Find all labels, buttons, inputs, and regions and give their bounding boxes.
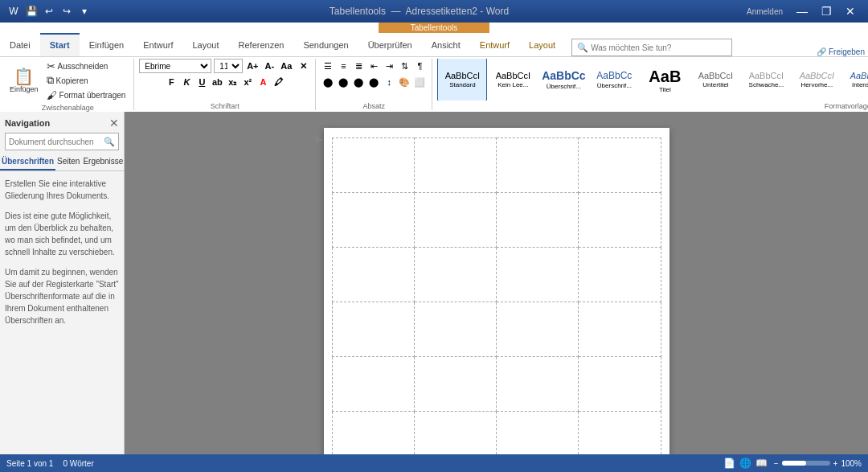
strikethrough-btn[interactable]: ab: [210, 75, 224, 89]
tab-layout-ctx[interactable]: Layout: [519, 33, 565, 56]
search-bar[interactable]: 🔍: [571, 39, 732, 56]
view-web-btn[interactable]: 🌐: [739, 457, 753, 470]
nav-search-input[interactable]: [9, 137, 101, 146]
format-uebertragen-btn[interactable]: 🖌 Format übertragen: [43, 88, 129, 102]
number-list-btn[interactable]: ≡: [336, 59, 350, 73]
table-move-handle[interactable]: ✛: [314, 134, 322, 146]
kopieren-btn[interactable]: ⧉ Kopieren: [43, 74, 129, 88]
label-cell[interactable]: [414, 248, 496, 302]
shading-btn[interactable]: 🎨: [397, 75, 411, 89]
style-uberschrift2[interactable]: AaBbCc Überschrif...: [589, 59, 639, 101]
sort-btn[interactable]: ⇅: [397, 59, 411, 73]
label-cell[interactable]: [579, 357, 661, 412]
underline-btn[interactable]: U: [194, 75, 209, 89]
bullet-list-btn[interactable]: ☰: [321, 59, 335, 73]
label-cell[interactable]: [497, 302, 579, 357]
undo-btn[interactable]: ↩: [42, 4, 56, 18]
change-case-btn[interactable]: Aa: [279, 59, 293, 73]
label-cell[interactable]: [414, 193, 496, 248]
style-intensive[interactable]: AaBbCcI Intensive...: [842, 59, 868, 101]
style-standard[interactable]: AaBbCcI Standard: [437, 59, 487, 101]
label-cell[interactable]: [414, 138, 496, 193]
align-center-btn[interactable]: ⬤: [336, 75, 350, 89]
word-icon[interactable]: W: [6, 4, 21, 18]
highlight-btn[interactable]: 🖍: [271, 75, 285, 89]
font-increase-btn[interactable]: A+: [245, 59, 260, 73]
label-cell[interactable]: [579, 302, 661, 357]
label-cell[interactable]: [497, 357, 579, 412]
decrease-indent-btn[interactable]: ⇤: [366, 59, 381, 73]
zoom-slider[interactable]: [782, 461, 830, 466]
style-uberschrift1[interactable]: AaBbCc Überschrif...: [538, 59, 588, 101]
superscript-btn[interactable]: x²: [240, 75, 255, 89]
font-decrease-btn[interactable]: A-: [262, 59, 276, 73]
label-cell[interactable]: [332, 248, 414, 302]
label-cell[interactable]: [497, 193, 579, 248]
style-titel[interactable]: AaB Titel: [640, 59, 690, 101]
justify-btn[interactable]: ⬤: [366, 75, 381, 89]
label-cell[interactable]: [414, 357, 496, 412]
increase-indent-btn[interactable]: ⇥: [382, 59, 396, 73]
italic-btn[interactable]: K: [179, 75, 194, 89]
nav-tabs: Überschriften Seiten Ergebnisse: [0, 154, 124, 171]
label-cell[interactable]: [332, 193, 414, 248]
quick-access-more[interactable]: ▾: [77, 4, 92, 18]
quick-save-btn[interactable]: 💾: [24, 4, 39, 18]
title-bar-controls: Anmelden — ❐ ✕: [747, 3, 862, 19]
view-read-btn[interactable]: 📖: [755, 457, 769, 470]
nav-close-btn[interactable]: ✕: [109, 117, 119, 129]
tab-ueberprufen[interactable]: Überprüfen: [358, 33, 422, 56]
tab-entwurf[interactable]: Entwurf: [133, 33, 182, 56]
tab-sendungen[interactable]: Sendungen: [293, 33, 358, 56]
show-marks-btn[interactable]: ¶: [412, 59, 427, 73]
label-cell[interactable]: [332, 302, 414, 357]
text-color-btn[interactable]: A: [256, 75, 270, 89]
nav-search-box[interactable]: 🔍: [5, 133, 119, 150]
zoom-in-btn[interactable]: +: [833, 459, 838, 468]
style-preview-titel: AaB: [649, 67, 681, 86]
view-print-btn[interactable]: 📄: [723, 457, 737, 470]
login-button[interactable]: Anmelden: [747, 7, 783, 16]
share-btn[interactable]: 🔗 Freigeben: [817, 47, 868, 56]
multilevel-list-btn[interactable]: ≣: [351, 59, 366, 73]
label-cell[interactable]: [414, 302, 496, 357]
nav-tab-ergebnisse[interactable]: Ergebnisse: [81, 154, 125, 170]
style-kein[interactable]: AaBbCcI Kein Lee...: [488, 59, 538, 101]
tab-datei[interactable]: Datei: [0, 33, 40, 56]
clear-format-btn[interactable]: ✕: [296, 59, 310, 73]
style-untertitel[interactable]: AaBbCcI Untertitel: [690, 59, 740, 101]
font-name-select[interactable]: Ebrime: [139, 59, 211, 73]
line-spacing-btn[interactable]: ↕: [382, 75, 396, 89]
einfuegen-btn[interactable]: 📋 Einfügen: [6, 59, 42, 102]
search-input[interactable]: [591, 43, 727, 52]
tab-einfuegen[interactable]: Einfügen: [80, 33, 133, 56]
tab-ansicht[interactable]: Ansicht: [422, 33, 470, 56]
style-schwache[interactable]: AaBbCcI Schwache...: [741, 59, 791, 101]
maximize-btn[interactable]: ❐: [815, 3, 837, 19]
label-cell[interactable]: [332, 138, 414, 193]
align-right-btn[interactable]: ⬤: [351, 75, 366, 89]
label-cell[interactable]: [579, 138, 661, 193]
label-cell[interactable]: [497, 248, 579, 302]
tab-entwurf-ctx[interactable]: Entwurf: [470, 33, 519, 56]
redo-btn[interactable]: ↪: [59, 4, 74, 18]
font-size-select[interactable]: 11: [214, 59, 243, 73]
label-cell[interactable]: [579, 193, 661, 248]
tab-referenzen[interactable]: Referenzen: [229, 33, 294, 56]
nav-tab-uberschriften[interactable]: Überschriften: [0, 154, 55, 170]
minimize-btn[interactable]: —: [791, 3, 813, 19]
style-hervor[interactable]: AaBbCcI Hervorhe...: [792, 59, 841, 101]
bold-btn[interactable]: F: [164, 75, 178, 89]
border-btn[interactable]: ⬜: [412, 75, 427, 89]
nav-tab-seiten[interactable]: Seiten: [55, 154, 81, 170]
label-cell[interactable]: [332, 357, 414, 412]
subscript-btn[interactable]: x₂: [225, 75, 240, 89]
close-btn[interactable]: ✕: [839, 3, 862, 19]
zoom-out-btn[interactable]: −: [774, 459, 779, 468]
align-left-btn[interactable]: ⬤: [321, 75, 335, 89]
label-cell[interactable]: [579, 248, 661, 302]
tab-start[interactable]: Start: [40, 33, 80, 56]
tab-layout[interactable]: Layout: [182, 33, 228, 56]
label-cell[interactable]: [497, 138, 579, 193]
ausschneiden-btn[interactable]: ✂ Ausschneiden: [43, 60, 129, 73]
